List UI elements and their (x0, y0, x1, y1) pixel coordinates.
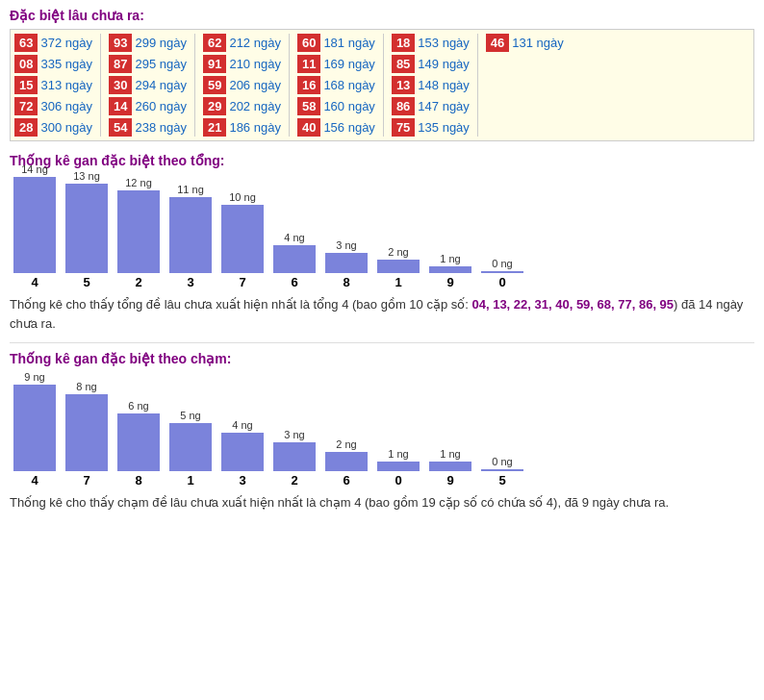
bar-label-bottom: 5 (498, 473, 505, 488)
days-text: 156 ngày (323, 120, 375, 135)
bar-label-top: 1 ng (388, 448, 408, 460)
num-box: 21 (203, 118, 226, 137)
bar-group: 4 ng6 (273, 232, 316, 289)
cham-chart-title: Thống kê gan đặc biệt theo chạm: (10, 351, 754, 366)
bar-label-top: 14 ng (21, 163, 48, 175)
days-text: 186 ngày (229, 120, 281, 135)
bar (221, 205, 264, 273)
num-box: 28 (14, 118, 38, 137)
special-col-5: 46131 ngày (486, 34, 564, 137)
special-col-1: 93299 ngày87295 ngày30294 ngày14260 ngày… (109, 34, 187, 137)
days-text: 300 ngày (40, 120, 92, 135)
num-row: 62212 ngày (203, 34, 281, 52)
bar-label-top: 0 ng (492, 456, 512, 467)
bar-group: 1 ng9 (429, 253, 471, 289)
bar-label-bottom: 6 (291, 275, 297, 289)
num-box: 13 (392, 76, 415, 94)
bar-label-bottom: 9 (446, 473, 453, 488)
cham-chart-section: Thống kê gan đặc biệt theo chạm: 9 ng48 … (10, 351, 754, 512)
num-row: 75135 ngày (392, 118, 470, 137)
days-text: 131 ngày (512, 36, 564, 50)
days-text: 210 ngày (229, 57, 281, 71)
days-text: 148 ngày (418, 78, 470, 92)
bar-label-top: 4 ng (284, 232, 304, 243)
days-text: 206 ngày (229, 78, 281, 92)
bar (221, 433, 264, 471)
bar-label-top: 1 ng (440, 448, 460, 460)
num-box: 46 (486, 34, 509, 52)
bar (377, 462, 420, 471)
bar-group: 14 ng4 (13, 163, 56, 289)
days-text: 212 ngày (229, 36, 281, 50)
num-box: 14 (109, 97, 132, 115)
num-row: 14260 ngày (109, 97, 187, 115)
bar-label-bottom: 4 (31, 275, 38, 289)
bar-label-bottom: 7 (83, 473, 89, 488)
num-box: 63 (14, 34, 38, 52)
days-text: 260 ngày (135, 99, 187, 113)
bar-label-top: 3 ng (336, 239, 356, 251)
bar-label-bottom: 2 (291, 473, 297, 488)
bar-label-top: 9 ng (24, 371, 44, 383)
num-box: 16 (297, 76, 320, 94)
days-text: 181 ngày (323, 36, 375, 50)
bar (429, 266, 471, 273)
num-box: 91 (203, 55, 226, 73)
special-col-3: 60181 ngày11169 ngày16168 ngày58160 ngày… (297, 34, 375, 137)
num-row: 46131 ngày (486, 34, 564, 52)
bar (377, 260, 420, 273)
bar-group: 3 ng8 (325, 239, 368, 289)
days-text: 169 ngày (323, 57, 375, 71)
bar (169, 423, 212, 471)
bar-group: 2 ng1 (377, 246, 420, 289)
num-row: 60181 ngày (297, 34, 375, 52)
special-col-4: 18153 ngày85149 ngày13148 ngày86147 ngày… (392, 34, 470, 137)
bar-group: 0 ng0 (481, 258, 523, 289)
bar-group: 1 ng0 (377, 448, 420, 488)
days-text: 313 ngày (40, 78, 92, 92)
bar-group: 0 ng5 (481, 456, 523, 488)
bar (481, 271, 523, 273)
divider (10, 342, 754, 343)
bar-label-top: 2 ng (336, 438, 356, 450)
num-box: 18 (392, 34, 415, 52)
bar-label-top: 10 ng (229, 191, 256, 203)
cham-chart-container: 9 ng48 ng76 ng85 ng14 ng33 ng22 ng61 ng0… (10, 372, 754, 488)
num-box: 54 (109, 118, 132, 137)
num-box: 30 (109, 76, 132, 94)
bar-label-top: 3 ng (284, 429, 304, 440)
tong-chart-container: 14 ng413 ng512 ng211 ng310 ng74 ng63 ng8… (10, 174, 754, 289)
tong-chart-title: Thống kê gan đặc biệt theo tổng: (10, 153, 754, 168)
bar (65, 184, 108, 273)
num-box: 93 (109, 34, 132, 52)
days-text: 299 ngày (135, 36, 187, 50)
num-box: 40 (297, 118, 320, 137)
bar-group: 4 ng3 (221, 419, 264, 488)
num-box: 86 (392, 97, 415, 115)
num-box: 29 (203, 97, 226, 115)
special-table: 63372 ngày08335 ngày15313 ngày72306 ngày… (10, 29, 754, 141)
num-box: 85 (392, 55, 415, 73)
bar (169, 197, 212, 273)
days-text: 202 ngày (229, 99, 281, 113)
bar-group: 1 ng9 (429, 448, 471, 488)
bar (65, 394, 108, 471)
bar-label-bottom: 8 (135, 473, 141, 488)
num-row: 29202 ngày (203, 97, 281, 115)
tong-summary: Thống kê cho thấy tổng đề lâu chưa xuất … (10, 295, 754, 333)
bar-group: 13 ng5 (65, 170, 108, 289)
days-text: 306 ngày (40, 99, 92, 113)
days-text: 335 ngày (40, 57, 92, 71)
num-row: 59206 ngày (203, 76, 281, 94)
days-text: 135 ngày (418, 120, 470, 135)
days-text: 295 ngày (135, 57, 187, 71)
num-row: 85149 ngày (392, 55, 470, 73)
num-row: 54238 ngày (109, 118, 187, 137)
num-row: 13148 ngày (392, 76, 470, 94)
tong-chart-section: Thống kê gan đặc biệt theo tổng: 14 ng41… (10, 153, 754, 333)
bar-group: 3 ng2 (273, 429, 316, 488)
bar-label-bottom: 0 (395, 473, 401, 488)
num-row: 93299 ngày (109, 34, 187, 52)
bar-label-bottom: 0 (498, 275, 505, 289)
num-box: 75 (392, 118, 415, 137)
